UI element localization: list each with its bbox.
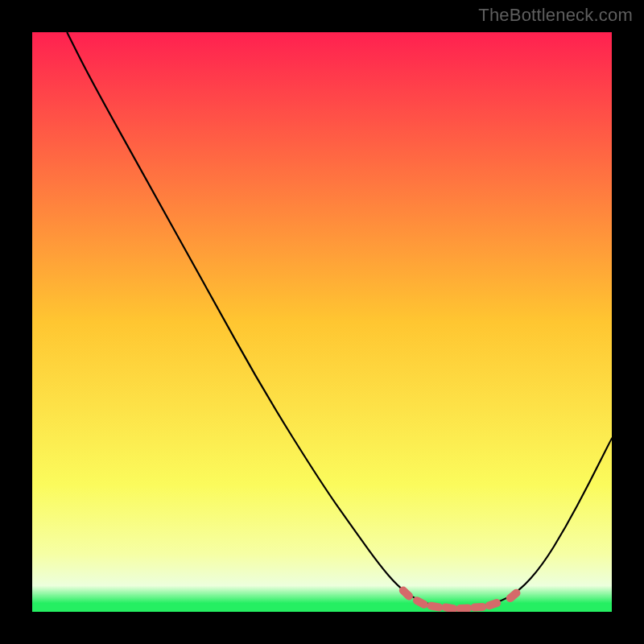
chart-svg bbox=[32, 32, 612, 612]
svg-rect-4 bbox=[456, 604, 473, 612]
marker-point bbox=[456, 604, 473, 612]
chart-frame: TheBottleneck.com bbox=[0, 0, 644, 644]
svg-rect-5 bbox=[470, 603, 487, 612]
plot-area bbox=[32, 32, 612, 612]
marker-point bbox=[470, 603, 487, 612]
gradient-background bbox=[32, 32, 612, 612]
watermark: TheBottleneck.com bbox=[478, 5, 633, 26]
